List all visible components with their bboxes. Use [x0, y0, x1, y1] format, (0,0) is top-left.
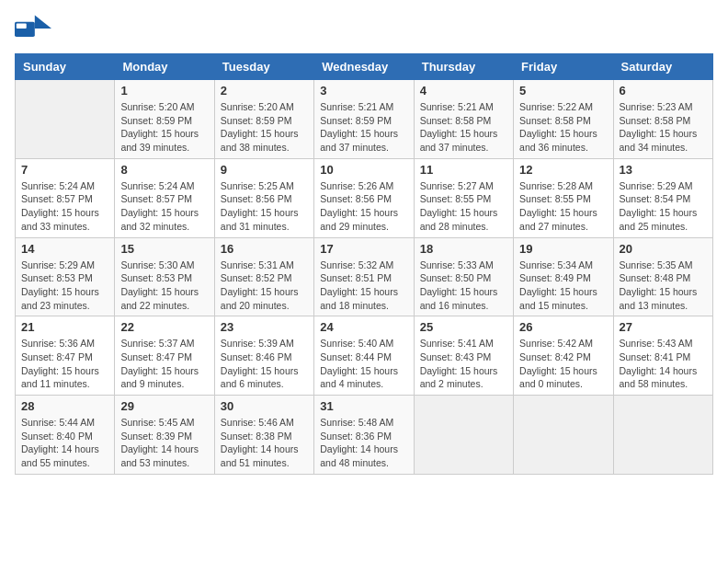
day-number: 21	[21, 320, 108, 334]
day-detail: Sunrise: 5:23 AM Sunset: 8:58 PM Dayligh…	[620, 100, 707, 155]
calendar-cell: 24Sunrise: 5:40 AM Sunset: 8:44 PM Dayli…	[314, 316, 414, 396]
day-number: 23	[221, 320, 308, 334]
calendar-cell: 22Sunrise: 5:37 AM Sunset: 8:47 PM Dayli…	[115, 316, 214, 396]
day-detail: Sunrise: 5:42 AM Sunset: 8:42 PM Dayligh…	[519, 337, 607, 391]
day-detail: Sunrise: 5:20 AM Sunset: 8:59 PM Dayligh…	[221, 100, 308, 155]
day-detail: Sunrise: 5:22 AM Sunset: 8:58 PM Dayligh…	[519, 100, 607, 155]
day-number: 16	[221, 242, 308, 256]
calendar-cell: 6Sunrise: 5:23 AM Sunset: 8:58 PM Daylig…	[613, 80, 712, 159]
calendar-cell: 26Sunrise: 5:42 AM Sunset: 8:42 PM Dayli…	[514, 316, 613, 396]
column-header-friday: Friday	[514, 54, 613, 80]
day-number: 10	[320, 163, 407, 177]
day-number: 1	[120, 84, 208, 98]
day-number: 30	[221, 399, 308, 413]
day-number: 25	[420, 320, 507, 334]
day-detail: Sunrise: 5:31 AM Sunset: 8:52 PM Dayligh…	[221, 259, 308, 313]
day-number: 31	[320, 399, 407, 413]
calendar-cell: 12Sunrise: 5:28 AM Sunset: 8:55 PM Dayli…	[514, 158, 613, 237]
calendar-cell: 17Sunrise: 5:32 AM Sunset: 8:51 PM Dayli…	[314, 237, 414, 316]
day-number: 14	[21, 242, 108, 256]
day-number: 3	[320, 84, 407, 98]
day-detail: Sunrise: 5:26 AM Sunset: 8:56 PM Dayligh…	[320, 179, 407, 234]
day-detail: Sunrise: 5:35 AM Sunset: 8:48 PM Dayligh…	[620, 259, 707, 313]
calendar-cell: 19Sunrise: 5:34 AM Sunset: 8:49 PM Dayli…	[514, 237, 613, 316]
column-header-thursday: Thursday	[414, 54, 513, 80]
day-detail: Sunrise: 5:24 AM Sunset: 8:57 PM Dayligh…	[21, 179, 108, 234]
day-detail: Sunrise: 5:25 AM Sunset: 8:56 PM Dayligh…	[221, 179, 308, 234]
day-detail: Sunrise: 5:21 AM Sunset: 8:59 PM Dayligh…	[320, 100, 407, 155]
week-row-3: 14Sunrise: 5:29 AM Sunset: 8:53 PM Dayli…	[16, 237, 713, 316]
calendar-cell: 14Sunrise: 5:29 AM Sunset: 8:53 PM Dayli…	[16, 237, 115, 316]
calendar-cell: 25Sunrise: 5:41 AM Sunset: 8:43 PM Dayli…	[414, 316, 513, 396]
calendar-cell: 10Sunrise: 5:26 AM Sunset: 8:56 PM Dayli…	[314, 158, 414, 237]
column-header-monday: Monday	[115, 54, 214, 80]
day-number: 18	[420, 242, 507, 256]
day-number: 22	[120, 320, 208, 334]
logo	[15, 15, 53, 44]
day-number: 2	[221, 84, 308, 98]
week-row-5: 28Sunrise: 5:44 AM Sunset: 8:40 PM Dayli…	[16, 396, 713, 475]
day-detail: Sunrise: 5:41 AM Sunset: 8:43 PM Dayligh…	[420, 337, 507, 391]
calendar-cell: 16Sunrise: 5:31 AM Sunset: 8:52 PM Dayli…	[214, 237, 313, 316]
day-number: 26	[519, 320, 607, 334]
day-detail: Sunrise: 5:30 AM Sunset: 8:53 PM Dayligh…	[120, 259, 208, 313]
column-header-wednesday: Wednesday	[314, 54, 414, 80]
day-detail: Sunrise: 5:33 AM Sunset: 8:50 PM Dayligh…	[420, 259, 507, 313]
week-row-4: 21Sunrise: 5:36 AM Sunset: 8:47 PM Dayli…	[16, 316, 713, 396]
day-number: 7	[21, 163, 108, 177]
day-number: 24	[320, 320, 407, 334]
day-detail: Sunrise: 5:40 AM Sunset: 8:44 PM Dayligh…	[320, 337, 407, 391]
day-detail: Sunrise: 5:37 AM Sunset: 8:47 PM Dayligh…	[120, 337, 208, 391]
calendar-cell: 28Sunrise: 5:44 AM Sunset: 8:40 PM Dayli…	[16, 396, 115, 475]
day-number: 5	[519, 84, 607, 98]
calendar-cell: 18Sunrise: 5:33 AM Sunset: 8:50 PM Dayli…	[414, 237, 513, 316]
calendar-table: SundayMondayTuesdayWednesdayThursdayFrid…	[15, 53, 713, 475]
day-detail: Sunrise: 5:29 AM Sunset: 8:53 PM Dayligh…	[21, 259, 108, 313]
day-detail: Sunrise: 5:34 AM Sunset: 8:49 PM Dayligh…	[519, 259, 607, 313]
day-detail: Sunrise: 5:45 AM Sunset: 8:39 PM Dayligh…	[120, 416, 208, 470]
day-number: 27	[620, 320, 707, 334]
day-detail: Sunrise: 5:27 AM Sunset: 8:55 PM Dayligh…	[420, 179, 507, 234]
calendar-cell: 27Sunrise: 5:43 AM Sunset: 8:41 PM Dayli…	[613, 316, 712, 396]
calendar-cell: 2Sunrise: 5:20 AM Sunset: 8:59 PM Daylig…	[214, 80, 313, 159]
day-detail: Sunrise: 5:28 AM Sunset: 8:55 PM Dayligh…	[519, 179, 607, 234]
day-detail: Sunrise: 5:36 AM Sunset: 8:47 PM Dayligh…	[21, 337, 108, 391]
day-detail: Sunrise: 5:32 AM Sunset: 8:51 PM Dayligh…	[320, 259, 407, 313]
day-number: 9	[221, 163, 308, 177]
svg-rect-2	[17, 24, 27, 29]
column-header-saturday: Saturday	[613, 54, 712, 80]
calendar-cell: 15Sunrise: 5:30 AM Sunset: 8:53 PM Dayli…	[115, 237, 214, 316]
calendar-cell: 3Sunrise: 5:21 AM Sunset: 8:59 PM Daylig…	[314, 80, 414, 159]
calendar-cell: 31Sunrise: 5:48 AM Sunset: 8:36 PM Dayli…	[314, 396, 414, 475]
day-detail: Sunrise: 5:48 AM Sunset: 8:36 PM Dayligh…	[320, 416, 407, 470]
calendar-cell: 30Sunrise: 5:46 AM Sunset: 8:38 PM Dayli…	[214, 396, 313, 475]
calendar-cell: 20Sunrise: 5:35 AM Sunset: 8:48 PM Dayli…	[613, 237, 712, 316]
column-header-sunday: Sunday	[16, 54, 115, 80]
day-detail: Sunrise: 5:46 AM Sunset: 8:38 PM Dayligh…	[221, 416, 308, 470]
day-detail: Sunrise: 5:44 AM Sunset: 8:40 PM Dayligh…	[21, 416, 108, 470]
calendar-cell	[613, 396, 712, 475]
header	[15, 15, 713, 44]
day-number: 13	[620, 163, 707, 177]
day-number: 17	[320, 242, 407, 256]
calendar-cell: 11Sunrise: 5:27 AM Sunset: 8:55 PM Dayli…	[414, 158, 513, 237]
day-number: 19	[519, 242, 607, 256]
day-number: 28	[21, 399, 108, 413]
calendar-cell: 5Sunrise: 5:22 AM Sunset: 8:58 PM Daylig…	[514, 80, 613, 159]
calendar-cell: 23Sunrise: 5:39 AM Sunset: 8:46 PM Dayli…	[214, 316, 313, 396]
day-detail: Sunrise: 5:21 AM Sunset: 8:58 PM Dayligh…	[420, 100, 507, 155]
calendar-cell	[16, 80, 115, 159]
day-number: 8	[120, 163, 208, 177]
day-number: 20	[620, 242, 707, 256]
calendar-cell	[514, 396, 613, 475]
calendar-cell: 29Sunrise: 5:45 AM Sunset: 8:39 PM Dayli…	[115, 396, 214, 475]
day-number: 12	[519, 163, 607, 177]
svg-marker-1	[35, 15, 51, 29]
week-row-2: 7Sunrise: 5:24 AM Sunset: 8:57 PM Daylig…	[16, 158, 713, 237]
calendar-cell: 9Sunrise: 5:25 AM Sunset: 8:56 PM Daylig…	[214, 158, 313, 237]
day-number: 15	[120, 242, 208, 256]
calendar-cell	[414, 396, 513, 475]
day-number: 4	[420, 84, 507, 98]
day-detail: Sunrise: 5:20 AM Sunset: 8:59 PM Dayligh…	[120, 100, 208, 155]
column-header-tuesday: Tuesday	[214, 54, 313, 80]
